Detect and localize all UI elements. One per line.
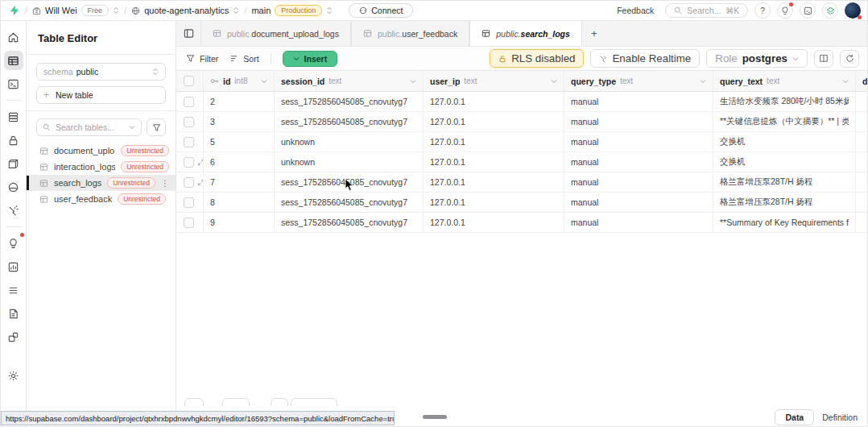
pagination-size-button[interactable] (291, 398, 337, 406)
supabase-logo-icon[interactable] (9, 5, 20, 16)
help-button[interactable]: ? (754, 2, 771, 19)
sidebar-table-item[interactable]: document_uplo...Unrestricted (27, 143, 176, 159)
sql-editor-icon[interactable] (4, 74, 23, 93)
table-row[interactable]: 2sess_1752856045085_cnovutyg7127.0.0.1ma… (176, 92, 868, 112)
integrations-icon[interactable] (4, 327, 23, 346)
table-row[interactable]: 8sess_1752856045085_cnovutyg7127.0.0.1ma… (176, 193, 868, 213)
reports-icon[interactable] (4, 257, 23, 276)
deploy-button[interactable] (822, 2, 838, 19)
row-checkbox[interactable] (184, 218, 194, 228)
schema-select[interactable]: schema public (36, 63, 166, 81)
table-row[interactable]: 5unknown127.0.0.1manual交换机N (176, 132, 868, 152)
project-switcher-icon[interactable] (233, 6, 239, 15)
row-checkbox[interactable] (184, 177, 194, 188)
table-menu-icon[interactable]: ⋮ (161, 179, 169, 188)
table-row[interactable]: 3sess_1752856045085_cnovutyg7127.0.0.1ma… (176, 112, 868, 132)
org-breadcrumb[interactable]: Will Wei Free (32, 5, 119, 16)
api-docs-button[interactable] (814, 50, 833, 68)
tab-search_logs[interactable]: public.search_logs (469, 21, 582, 46)
column-type: text (329, 77, 341, 85)
settings-icon[interactable] (4, 366, 23, 385)
column-name: de (862, 77, 868, 86)
pagination-next-button[interactable] (271, 398, 288, 406)
column-header-id[interactable]: idint8 (204, 71, 275, 91)
insert-button[interactable]: Insert (283, 51, 338, 67)
branch-breadcrumb[interactable]: main Production (251, 5, 333, 16)
table-row[interactable]: 6unknown127.0.0.1manual交换机N (176, 152, 868, 172)
rls-disabled-button[interactable]: RLS disabled (490, 49, 584, 68)
realtime-label: Enable Realtime (612, 52, 691, 64)
column-header-de[interactable]: de (856, 71, 868, 91)
row-checkbox[interactable] (184, 197, 194, 208)
row-checkbox[interactable] (184, 117, 194, 127)
sidebar-table-item[interactable]: user_feedbackUnrestricted (27, 191, 176, 207)
expand-row-icon[interactable] (197, 179, 204, 186)
sidebar-table-item[interactable]: search_logsUnrestricted⋮ (27, 175, 176, 191)
new-table-button[interactable]: + New table (36, 86, 166, 104)
pagination-first-button[interactable] (184, 398, 204, 406)
sort-button[interactable]: Sort (229, 54, 258, 64)
search-tables-input[interactable]: Search tables... (36, 118, 142, 136)
select-all-checkbox[interactable] (184, 76, 194, 86)
filter-tables-button[interactable] (147, 118, 166, 136)
column-header-session_id[interactable]: session_idtext (275, 71, 424, 91)
cell-query-text: 交换机 (720, 136, 746, 147)
row-checkbox[interactable] (184, 137, 194, 147)
table-icon (39, 147, 48, 155)
column-menu-icon[interactable] (261, 79, 267, 84)
column-header-user_ip[interactable]: user_iptext (424, 71, 564, 91)
tab-document_upload_logs[interactable]: public.document_upload_logs (200, 21, 351, 46)
command-menu-button[interactable] (800, 2, 816, 19)
funnel-icon (186, 54, 195, 63)
auth-icon[interactable] (4, 131, 23, 150)
database-icon[interactable] (4, 107, 23, 126)
enable-realtime-button[interactable]: Enable Realtime (590, 49, 700, 68)
edge-functions-icon[interactable] (4, 177, 23, 197)
connect-button[interactable]: Connect (349, 3, 413, 18)
avatar[interactable] (845, 2, 861, 19)
table-row[interactable]: 7sess_1752856045085_cnovutyg7127.0.0.1ma… (176, 172, 868, 193)
column-menu-icon[interactable] (842, 79, 849, 84)
new-tab-button[interactable]: + (582, 21, 606, 46)
row-checkbox[interactable] (184, 97, 194, 107)
pagination-page-button[interactable] (222, 398, 250, 406)
column-header-query_type[interactable]: query_typetext (564, 71, 713, 91)
org-switcher-icon[interactable] (113, 6, 119, 15)
column-menu-icon[interactable] (700, 79, 706, 84)
table-row[interactable]: 9sess_1752856045085_cnovutyg7127.0.0.1ma… (176, 213, 868, 233)
notifications-button[interactable] (777, 2, 793, 19)
api-docs-icon[interactable] (4, 304, 23, 323)
role-select[interactable]: Role postgres (706, 49, 808, 68)
filter-button[interactable]: Filter (186, 54, 218, 64)
branch-switcher-icon[interactable] (326, 6, 333, 15)
home-icon[interactable] (4, 27, 23, 47)
cell-user-ip: 127.0.0.1 (430, 97, 465, 106)
global-search-input[interactable]: Search... ⌘K (665, 3, 748, 18)
expand-row-icon[interactable] (197, 159, 204, 166)
row-select-cell (176, 152, 204, 172)
refresh-button[interactable] (840, 50, 859, 68)
logs-icon[interactable] (4, 280, 23, 300)
feedback-button[interactable]: Feedback (612, 4, 659, 17)
chevron-down-icon (129, 125, 135, 130)
realtime-icon[interactable] (4, 201, 23, 220)
table-editor-icon[interactable] (4, 51, 23, 70)
toolbar-divider (271, 53, 271, 64)
project-breadcrumb[interactable]: quote-agent-analytics (131, 6, 239, 15)
row-select-cell (176, 193, 204, 212)
tab-user_feedback[interactable]: public.user_feedback (351, 21, 469, 46)
definition-view-button[interactable]: Definition (822, 412, 858, 422)
cell-query-text: 格兰富增压泵28T/H 扬程 (720, 176, 813, 188)
row-checkbox[interactable] (184, 157, 194, 168)
sidebar-table-item[interactable]: interaction_logsUnrestricted (27, 159, 176, 175)
collapse-sidebar-icon[interactable] (176, 21, 200, 46)
column-menu-icon[interactable] (551, 79, 557, 84)
horizontal-scrollbar[interactable] (423, 415, 447, 419)
data-view-button[interactable]: Data (775, 409, 814, 425)
storage-icon[interactable] (4, 154, 23, 173)
sort-icon (229, 54, 238, 63)
advisors-icon[interactable] (4, 234, 23, 253)
project-name: quote-agent-analytics (144, 6, 229, 15)
column-header-query_text[interactable]: query_texttext (713, 71, 856, 91)
column-menu-icon[interactable] (410, 79, 416, 84)
